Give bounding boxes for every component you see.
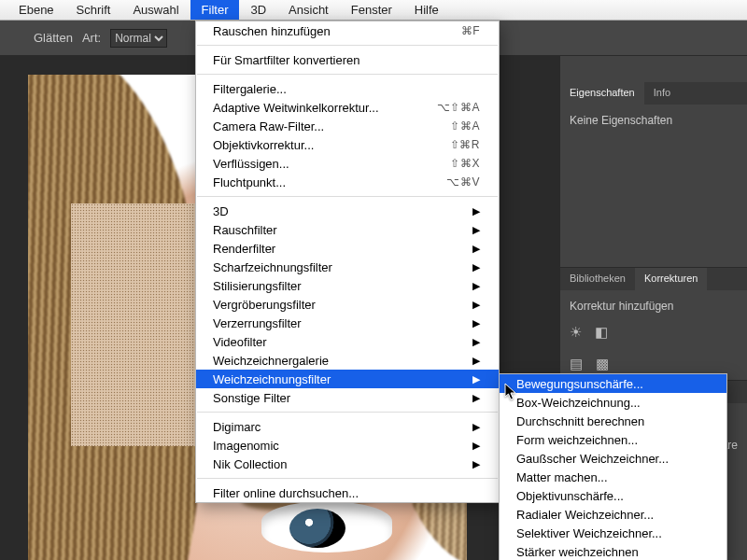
menu-submenu-3d[interactable]: 3D▶ (196, 202, 499, 220)
menu-item-label: Verzerrungsfilter (213, 316, 302, 330)
menu-submenu-stilisierungsfilter[interactable]: Stilisierungsfilter▶ (196, 276, 499, 295)
menu-separator (197, 196, 498, 197)
menu-item-label: Weichzeichnungsfilter (213, 372, 331, 386)
submenu-arrow-icon: ▶ (472, 355, 480, 367)
submenu-arrow-icon: ▶ (472, 458, 480, 470)
menu-submenu-sonstige filter[interactable]: Sonstige Filter▶ (196, 388, 499, 407)
menu-3d[interactable]: 3D (239, 0, 277, 20)
tab-bibliotheken[interactable]: Bibliotheken (560, 268, 635, 290)
menu-item-label: Weichzeichnergalerie (213, 354, 329, 368)
preset-icon[interactable]: ▤ (570, 356, 583, 372)
menu-submenu-vergröberungsfilter[interactable]: Vergröberungsfilter▶ (196, 295, 499, 314)
menu-fenster[interactable]: Fenster (340, 0, 403, 20)
menu-item-label: Adaptive Weitwinkelkorrektur... (213, 101, 379, 115)
menu-filter[interactable]: Filter (190, 0, 240, 20)
anti-alias-label: Glätten (34, 31, 73, 45)
menu-plugin-nik collection[interactable]: Nik Collection▶ (196, 455, 499, 473)
menu-submenu-verzerrungsfilter[interactable]: Verzerrungsfilter▶ (196, 314, 499, 332)
main-menubar[interactable]: Ebene Schrift Auswahl Filter 3D Ansicht … (0, 0, 747, 21)
mouse-cursor-icon (504, 383, 517, 401)
menu-item-label: Bewegungsunschärfe... (516, 377, 643, 391)
menu-item[interactable]: Filtergalerie... (196, 79, 499, 98)
submenu-item[interactable]: Radialer Weichzeichner... (500, 505, 726, 524)
menu-separator (197, 478, 498, 479)
menu-item-label: Gaußscher Weichzeichner... (516, 452, 669, 466)
submenu-item[interactable]: Box-Weichzeichnung... (500, 393, 726, 412)
preset-icon-2[interactable]: ▩ (596, 356, 609, 372)
filter-menu-dropdown[interactable]: Rauschen hinzufügen ⌘F Für Smartfilter k… (195, 21, 500, 503)
properties-panel-tabs[interactable]: Eigenschaften Info (560, 82, 747, 105)
menu-item[interactable]: Adaptive Weitwinkelkorrektur...⌥⇧⌘A (196, 98, 499, 117)
menu-item[interactable]: Objektivkorrektur...⇧⌘R (196, 135, 499, 154)
menu-submenu-videofilter[interactable]: Videofilter▶ (196, 332, 499, 351)
menu-item-label: Selektiver Weichzeichner... (516, 526, 662, 540)
menu-submenu-weichzeichnergalerie[interactable]: Weichzeichnergalerie▶ (196, 351, 499, 370)
brightness-icon[interactable]: ☀ (570, 324, 582, 341)
menu-submenu-renderfilter[interactable]: Renderfilter▶ (196, 239, 499, 258)
menu-filter-online[interactable]: Filter online durchsuchen... (196, 483, 499, 502)
menu-item-label: Filtergalerie... (213, 82, 287, 96)
shortcut-text: ⌥⇧⌘A (437, 101, 480, 114)
submenu-item[interactable]: Bewegungsunschärfe... (500, 374, 726, 393)
menu-item-label: Rauschfilter (213, 223, 277, 237)
menu-item-label: 3D (213, 204, 229, 218)
tab-korrekturen[interactable]: Korrekturen (635, 268, 707, 290)
menu-submenu-weichzeichnungsfilter[interactable]: Weichzeichnungsfilter▶ (196, 370, 499, 388)
art-select[interactable]: Normal (110, 29, 167, 48)
submenu-item[interactable]: Durchschnitt berechnen (500, 412, 726, 430)
eye (261, 501, 392, 553)
menu-separator (197, 412, 498, 413)
menu-convert-smart[interactable]: Für Smartfilter konvertieren (196, 50, 499, 69)
menu-item-label: Videofilter (213, 335, 267, 349)
submenu-item[interactable]: Stärker weichzeichnen (500, 542, 726, 560)
menu-item-label: Filter online durchsuchen... (213, 486, 359, 500)
menu-separator (197, 74, 498, 75)
submenu-item[interactable]: Form weichzeichnen... (500, 430, 726, 449)
submenu-arrow-icon: ▶ (472, 373, 480, 385)
menu-item-label: Sonstige Filter (213, 391, 290, 405)
menu-item-label: Für Smartfilter konvertieren (213, 53, 360, 67)
korrekturen-heading: Korrektur hinzufügen (560, 290, 747, 316)
menu-plugin-digimarc[interactable]: Digimarc▶ (196, 417, 499, 436)
art-label: Art: (82, 31, 101, 45)
submenu-arrow-icon: ▶ (472, 440, 480, 452)
tab-eigenschaften[interactable]: Eigenschaften (560, 82, 644, 105)
menu-item-label: Vergröberungsfilter (213, 298, 316, 312)
submenu-item[interactable]: Matter machen... (500, 468, 726, 486)
submenu-arrow-icon: ▶ (472, 317, 480, 329)
menu-item-label: Durchschnitt berechnen (516, 414, 644, 428)
menu-separator (197, 45, 498, 46)
menu-auswahl[interactable]: Auswahl (121, 0, 190, 20)
menu-last-filter[interactable]: Rauschen hinzufügen ⌘F (196, 21, 499, 40)
menu-submenu-rauschfilter[interactable]: Rauschfilter▶ (196, 220, 499, 239)
menu-schrift[interactable]: Schrift (65, 0, 122, 20)
menu-item-label: Fluchtpunkt... (213, 175, 286, 189)
menu-ansicht[interactable]: Ansicht (277, 0, 340, 20)
menu-item-label: Radialer Weichzeichner... (516, 508, 654, 522)
menu-item-label: Objektivunschärfe... (516, 489, 624, 503)
menu-item[interactable]: Verflüssigen...⇧⌘X (196, 154, 499, 173)
submenu-item[interactable]: Gaußscher Weichzeichner... (500, 449, 726, 468)
menu-ebene[interactable]: Ebene (7, 0, 65, 20)
menu-item-label: Scharfzeichnungsfilter (213, 260, 332, 274)
lib-corrections-tabs[interactable]: Bibliotheken Korrekturen (560, 268, 747, 290)
menu-item-label: Renderfilter (213, 242, 275, 256)
menu-item[interactable]: Fluchtpunkt...⌥⌘V (196, 173, 499, 191)
menu-item-label: Rauschen hinzufügen (213, 24, 331, 38)
tab-info[interactable]: Info (644, 82, 680, 105)
menu-submenu-scharfzeichnungsfilter[interactable]: Scharfzeichnungsfilter▶ (196, 258, 499, 276)
submenu-item[interactable]: Selektiver Weichzeichner... (500, 524, 726, 542)
menu-hilfe[interactable]: Hilfe (403, 0, 450, 20)
adjustment-icon-row-1[interactable]: ☀ ◧ (560, 316, 747, 348)
menu-item-label: Digimarc (213, 420, 261, 434)
menu-item-label: Nik Collection (213, 457, 287, 471)
menu-plugin-imagenomic[interactable]: Imagenomic▶ (196, 436, 499, 455)
submenu-arrow-icon: ▶ (472, 205, 480, 217)
submenu-item[interactable]: Objektivunschärfe... (500, 486, 726, 505)
properties-panel-body: Keine Eigenschaften (560, 105, 747, 136)
menu-item-label: Stilisierungsfilter (213, 279, 302, 293)
menu-item-label: Box-Weichzeichnung... (516, 396, 641, 410)
weichzeichnungsfilter-submenu[interactable]: Bewegungsunschärfe...Box-Weichzeichnung.… (499, 373, 727, 560)
menu-item[interactable]: Camera Raw-Filter...⇧⌘A (196, 117, 499, 135)
adjust-icon[interactable]: ◧ (595, 324, 608, 341)
